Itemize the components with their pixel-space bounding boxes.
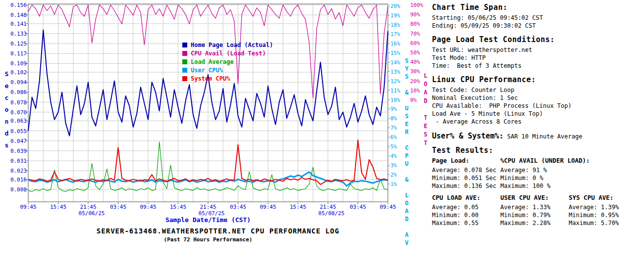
y-tick-label-seconds: 0.102	[6, 69, 27, 76]
legend-item: User CPU%	[182, 66, 273, 74]
x-tick-label: 03:45	[110, 204, 126, 210]
y-tick-label-loadtest: 20%	[410, 78, 420, 85]
legend-item: System CPU%	[182, 74, 273, 83]
result-line: Minimum: 0 %	[500, 174, 594, 182]
legend-swatch	[182, 59, 187, 64]
y-tick-label-loadtest: 90%	[410, 11, 420, 18]
y-tick-label-loadtest: 30%	[410, 68, 420, 75]
legend-swatch	[182, 68, 187, 73]
legend-label: System CPU%	[191, 75, 230, 82]
y-tick-label-seconds: 0.109	[6, 60, 27, 67]
y-tick-label-seconds: 0.047	[6, 138, 27, 144]
x-tick-label: 21:45	[320, 204, 336, 210]
section-heading: Page Load Test Conditions:	[432, 35, 643, 44]
y-tick-label-cpu: 6%	[390, 134, 397, 140]
info-line: Test Code: Counter Loop	[432, 86, 643, 94]
x-tick-label: 03:45	[350, 204, 366, 210]
info-line: Time: Best of 3 Attempts	[432, 62, 643, 70]
y-tick-label-cpu: 17%	[390, 31, 400, 38]
y-tick-label-cpu: 20%	[390, 3, 400, 9]
y-tick-label-cpu: 1%	[390, 181, 397, 187]
sar-text: SAR 10 Minute Average	[504, 133, 583, 140]
result-label: CPU LOAD AVE:	[432, 194, 500, 201]
y-tick-label-cpu: 4%	[390, 153, 397, 159]
legend-label: Home Page Load (Actual)	[191, 42, 273, 48]
legend-item: Load Average	[182, 57, 273, 66]
x-tick-label: 09:45	[260, 204, 276, 210]
y-tick-label-seconds: 0.148	[6, 12, 27, 18]
y-tick-label-seconds: 0.023	[6, 168, 27, 174]
y-tick-label-seconds: 0.086	[6, 89, 27, 95]
chart-legend: Home Page Load (Actual)CPU Avail (Load T…	[182, 41, 273, 83]
y-tick-label-cpu: 13%	[390, 69, 400, 75]
result-line: Average: 1.33%	[500, 203, 569, 211]
result-line: Average: 91 %	[500, 166, 594, 174]
section-test-results: Test Results: Page Load: Average: 0.078 …	[432, 146, 643, 227]
info-line: Load Ave - 5 Minute (Linux Top)	[432, 110, 643, 118]
y-tick-label-loadtest: 40%	[410, 59, 420, 65]
info-line: Ending: 05/09/25 09:30:02 CST	[432, 22, 643, 30]
y-tick-label-loadtest: 100%	[410, 2, 424, 8]
legend-item: Home Page Load (Actual)	[182, 41, 273, 49]
result-user-cpu: USER CPU AVE: Average: 1.33% Minimum: 0.…	[500, 194, 569, 227]
y-tick-label-cpu: 19%	[390, 12, 400, 19]
y-tick-label-cpu: 8%	[390, 115, 397, 122]
section-page-load-conditions: Page Load Test Conditions: Test URL: wea…	[432, 35, 643, 70]
result-line: Minimum: 0.051 Sec	[432, 174, 500, 182]
y-tick-label-loadtest: 60%	[410, 40, 420, 46]
y-tick-label-seconds: 0.039	[6, 148, 27, 154]
x-tick-label: 09:45	[20, 204, 36, 210]
legend-item: CPU Avail (Load Test)	[182, 49, 273, 57]
y-axis-loadtest-title: LOAD TEST	[422, 72, 429, 148]
info-line: Test Mode: HTTP	[432, 54, 643, 62]
result-line: Average: 1.39%	[569, 203, 637, 211]
result-line: Maximum: 0.136 Sec	[432, 182, 500, 190]
result-line: Maximum: 5.70%	[569, 219, 637, 227]
result-label: %CPU AVAIL (UNDER LOAD):	[500, 157, 594, 164]
y-tick-label-cpu: 16%	[390, 41, 400, 47]
result-cpu-avail: %CPU AVAIL (UNDER LOAD): Average: 91 % M…	[500, 157, 594, 190]
info-line: - Average Across 8 Cores	[432, 118, 643, 126]
y-tick-label-cpu: 2%	[390, 172, 397, 178]
result-line: Maximum: 2.28%	[500, 219, 569, 227]
x-tick-label: 15:45	[170, 204, 186, 210]
y-tick-label-cpu: 12%	[390, 78, 400, 85]
section-heading: Chart Time Span:	[432, 3, 643, 12]
y-tick-label-seconds: 0.125	[6, 41, 27, 47]
x-tick-label: 21:45	[80, 204, 96, 210]
section-heading: Test Results:	[432, 146, 643, 155]
y-tick-label-seconds: 0.094	[6, 79, 27, 86]
result-line: Average: 0.05	[432, 203, 500, 211]
y-tick-label-cpu: 5%	[390, 143, 397, 150]
result-line: Maximum: 0.55	[432, 219, 500, 227]
legend-label: User CPU%	[191, 67, 223, 74]
y-tick-label-cpu: 14%	[390, 59, 400, 66]
result-line: Minimum: 0.95%	[569, 211, 637, 219]
section-sar: User% & System%: SAR 10 Minute Average	[432, 131, 643, 140]
section-linux-cpu: Linux CPU Performance: Test Code: Counte…	[432, 75, 643, 126]
x-tick-label: 21:45	[200, 204, 216, 210]
result-line: Average: 0.078 Sec	[432, 166, 500, 174]
legend-swatch	[182, 43, 187, 47]
result-label: USER CPU AVE:	[500, 194, 569, 201]
section-heading: Linux CPU Performance:	[432, 75, 643, 84]
info-line: Test URL: weatherspotter.net	[432, 46, 643, 54]
chart-title: SERVER-613468.WEATHERSPOTTER.NET CPU PER…	[38, 227, 398, 235]
x-tick-label: 15:45	[50, 204, 66, 210]
result-line: Minimum: 0.79%	[500, 211, 569, 219]
y-tick-label-seconds: 0.156	[6, 2, 27, 8]
y-tick-label-loadtest: 80%	[410, 21, 420, 27]
y-tick-label-cpu: 9%	[390, 106, 397, 112]
y-tick-label-cpu: 10%	[390, 97, 400, 103]
info-line: Starting: 05/06/25 09:45:02 CST	[432, 14, 643, 22]
y-axis-cpu-title: SYS & USER CPU & LOAD AV	[403, 57, 410, 247]
x-tick-label: 15:45	[290, 204, 306, 210]
y-tick-label-seconds: 0.055	[6, 128, 27, 135]
info-line: Nominal Execution: 1 Sec	[432, 94, 643, 102]
y-tick-label-cpu: 11%	[390, 88, 400, 94]
info-line: CPU Available: PHP Process (Linux Top)	[432, 102, 643, 110]
x-tick-label: 09:45	[140, 204, 156, 210]
legend-swatch	[182, 76, 187, 81]
results-row-2: CPU LOAD AVE: Average: 0.05 Minimum: 0.0…	[432, 194, 643, 227]
y-tick-label-cpu: 18%	[390, 22, 400, 28]
